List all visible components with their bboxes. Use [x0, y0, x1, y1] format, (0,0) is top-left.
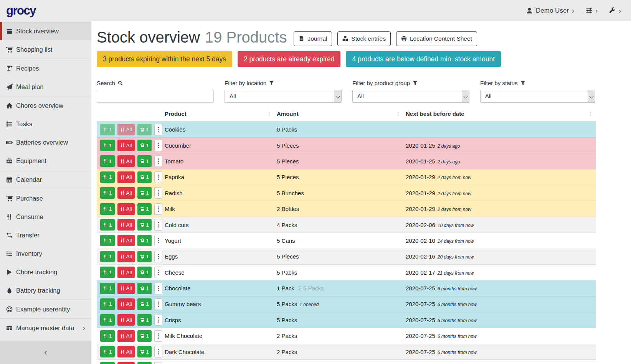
- row-menu-button[interactable]: [154, 330, 162, 342]
- consume-all-button[interactable]: All: [117, 140, 135, 151]
- consume-all-button[interactable]: All: [117, 251, 135, 262]
- sidebar-collapse-button[interactable]: ‹: [0, 341, 91, 364]
- row-menu-button[interactable]: [154, 283, 162, 294]
- app-logo[interactable]: grocy: [6, 4, 36, 18]
- search-input[interactable]: [97, 90, 214, 103]
- open-one-button[interactable]: 1: [137, 187, 152, 199]
- consume-all-button[interactable]: All: [117, 203, 135, 215]
- consume-one-button[interactable]: 1: [100, 124, 115, 135]
- open-one-button[interactable]: 1: [137, 235, 152, 246]
- open-one-button[interactable]: 1: [137, 330, 152, 342]
- open-one-button[interactable]: 1: [137, 314, 152, 326]
- stock-entries-button[interactable]: Stock entries: [337, 31, 391, 46]
- consume-one-button[interactable]: 1: [100, 362, 115, 364]
- user-menu[interactable]: Demo User ›: [526, 7, 574, 15]
- consume-all-button[interactable]: All: [117, 267, 135, 278]
- location-select[interactable]: All: [225, 90, 342, 103]
- consume-all-button[interactable]: All: [117, 219, 135, 231]
- open-one-button[interactable]: 1: [137, 283, 152, 294]
- consume-all-button[interactable]: All: [117, 314, 135, 326]
- amount-column-header[interactable]: Amount: [274, 106, 403, 122]
- consume-all-button[interactable]: All: [117, 187, 135, 199]
- consume-one-button[interactable]: 1: [100, 219, 115, 231]
- consume-all-button[interactable]: All: [117, 330, 135, 342]
- consume-one-button[interactable]: 1: [100, 267, 115, 278]
- consume-one-button[interactable]: 1: [100, 298, 115, 310]
- consume-all-button[interactable]: All: [117, 235, 135, 246]
- sidebar-item-stock-overview[interactable]: Stock overview: [0, 22, 91, 40]
- consume-one-button[interactable]: 1: [100, 155, 115, 167]
- sidebar-item-purchase[interactable]: Purchase: [0, 189, 91, 208]
- row-menu-button[interactable]: [154, 346, 162, 357]
- open-one-button[interactable]: 1: [137, 140, 152, 151]
- sidebar-item-shopping-list[interactable]: Shopping list: [0, 40, 91, 59]
- row-menu-button[interactable]: [154, 314, 162, 326]
- open-one-button[interactable]: 1: [137, 251, 152, 262]
- consume-all-button[interactable]: All: [117, 283, 135, 294]
- consume-one-button[interactable]: 1: [100, 140, 115, 151]
- sidebar-item-transfer[interactable]: Transfer: [0, 226, 91, 244]
- product-column-header[interactable]: Product: [162, 106, 274, 122]
- row-menu-button[interactable]: [154, 219, 162, 231]
- consume-one-button[interactable]: 1: [100, 346, 115, 357]
- row-menu-button[interactable]: [154, 251, 162, 262]
- location-content-sheet-button[interactable]: Location Content Sheet: [396, 31, 477, 46]
- consume-one-button[interactable]: 1: [100, 283, 115, 294]
- sidebar-item-tasks[interactable]: Tasks: [0, 115, 91, 133]
- open-one-button[interactable]: 1: [137, 362, 152, 364]
- row-menu-button[interactable]: [154, 171, 162, 183]
- status-select[interactable]: All: [480, 90, 595, 103]
- open-one-button[interactable]: 1: [137, 203, 152, 215]
- consume-one-button[interactable]: 1: [100, 330, 115, 342]
- open-one-button[interactable]: 1: [137, 346, 152, 357]
- consume-one-button[interactable]: 1: [100, 203, 115, 215]
- journal-button[interactable]: Journal: [294, 31, 332, 46]
- sidebar-item-meal-plan[interactable]: Meal plan: [0, 77, 91, 96]
- row-menu-button[interactable]: [154, 140, 162, 151]
- consume-one-button[interactable]: 1: [100, 251, 115, 262]
- consume-all-button[interactable]: All: [117, 298, 135, 310]
- settings-menu[interactable]: ›: [586, 7, 598, 14]
- open-one-button[interactable]: 1: [137, 171, 152, 183]
- sidebar-item-inventory[interactable]: Inventory: [0, 244, 91, 263]
- consume-one-button[interactable]: 1: [100, 171, 115, 183]
- sidebar-item-consume[interactable]: Consume: [0, 208, 91, 226]
- utensils-icon: [103, 286, 107, 291]
- row-menu-button[interactable]: [154, 362, 162, 364]
- alert-chip-0[interactable]: 3 products expiring within the next 5 da…: [97, 51, 232, 67]
- row-menu-button[interactable]: [154, 235, 162, 246]
- sidebar-item-equipment[interactable]: Equipment: [0, 152, 91, 170]
- alert-chip-2[interactable]: 4 products are below defined min. stock …: [346, 51, 501, 67]
- product-group-select[interactable]: All: [352, 90, 469, 103]
- sidebar-item-example-userentity[interactable]: Example userentity: [0, 300, 91, 318]
- row-menu-button[interactable]: [154, 298, 162, 310]
- sidebar-item-manage-master-data[interactable]: Manage master data›: [0, 319, 91, 337]
- consume-all-button[interactable]: All: [117, 346, 135, 357]
- sidebar-item-recipes[interactable]: Recipes: [0, 59, 91, 77]
- sidebar-item-batteries-overview[interactable]: Batteries overview: [0, 133, 91, 152]
- open-one-button[interactable]: 1: [137, 298, 152, 310]
- row-menu-button[interactable]: [154, 203, 162, 215]
- consume-all-button[interactable]: All: [117, 124, 135, 135]
- sidebar-item-chores-overview[interactable]: Chores overview: [0, 96, 91, 115]
- consume-all-button[interactable]: All: [117, 155, 135, 167]
- open-one-button[interactable]: 1: [137, 267, 152, 278]
- consume-all-button[interactable]: All: [117, 362, 135, 364]
- consume-one-button[interactable]: 1: [100, 314, 115, 326]
- consume-all-button[interactable]: All: [117, 171, 135, 183]
- sidebar-item-chore-tracking[interactable]: Chore tracking: [0, 263, 91, 281]
- consume-one-button[interactable]: 1: [100, 187, 115, 199]
- best-before-column-header[interactable]: Next best before date: [403, 106, 596, 122]
- row-menu-button[interactable]: [154, 124, 162, 135]
- alert-chip-1[interactable]: 2 products are already expired: [238, 51, 340, 67]
- open-one-button[interactable]: 1: [137, 219, 152, 231]
- admin-menu[interactable]: ›: [609, 7, 621, 14]
- row-menu-button[interactable]: [154, 155, 162, 167]
- open-one-button[interactable]: 1: [137, 155, 152, 167]
- sidebar-item-calendar[interactable]: Calendar: [0, 170, 91, 189]
- row-menu-button[interactable]: [154, 187, 162, 199]
- consume-one-button[interactable]: 1: [100, 235, 115, 246]
- open-one-button[interactable]: 1: [137, 124, 152, 135]
- sidebar-item-battery-tracking[interactable]: Battery tracking: [0, 281, 91, 300]
- row-menu-button[interactable]: [154, 267, 162, 278]
